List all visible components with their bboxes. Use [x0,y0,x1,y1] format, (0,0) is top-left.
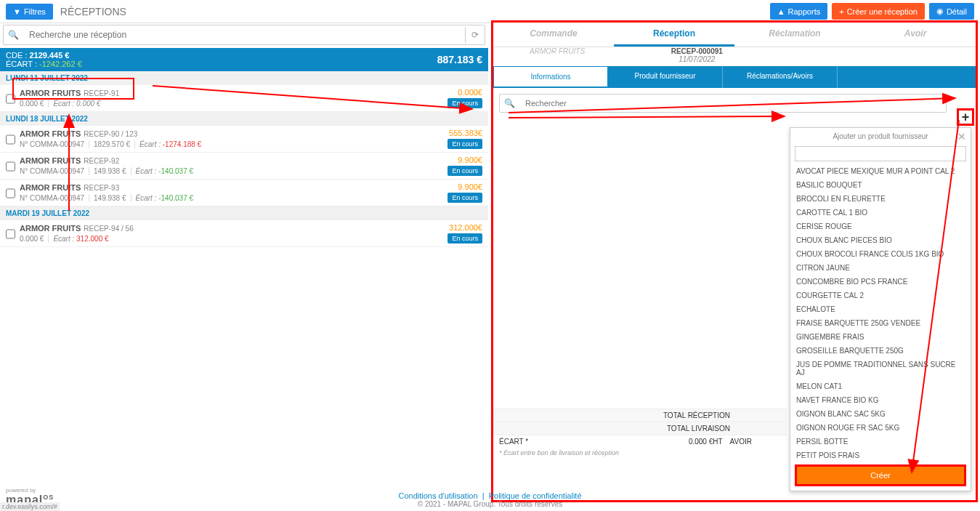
reception-row[interactable]: ARMOR FRUITSRECEP-910.000 €Écart : 0.000… [0,85,488,112]
tab-reception-label: Réception [614,28,734,39]
refresh-button[interactable]: ⟳ [465,27,485,43]
dropdown-item[interactable]: GROSEILLE BARQUETTE 250G [790,344,971,358]
cde-label: CDE : [6,51,27,60]
close-icon[interactable]: ✕ [957,131,966,142]
dropdown-item[interactable]: MELON CAT1 [790,379,971,393]
tab-commande[interactable]: Commande [493,23,614,47]
tab-avoir[interactable]: Avoir [855,23,976,47]
main-tabs: Commande Réception Réclamation Avoir [493,23,976,47]
date-header: MARDI 19 JUILLET 2022 [0,206,488,220]
dropdown-item[interactable]: PETIT POIS FRAIS [790,448,971,460]
dev-url: r.dev.easilys.com/# [0,502,60,511]
ecart-value: -1242.262 € [39,60,82,68]
add-product-button[interactable]: + [957,108,974,126]
groups-container: LUNDI 11 JUILLET 2022ARMOR FRUITSRECEP-9… [0,71,488,247]
reception-row[interactable]: ARMOR FRUITSRECEP-94 / 560.000 €Écart : … [0,220,488,247]
row-checkbox[interactable] [6,225,15,244]
page-title: RÉCEPTIONS [60,6,126,17]
ecart-label: ÉCART : [6,60,37,68]
filters-button[interactable]: ▼ Filtres [6,4,53,20]
panel-ref-date: 11/07/2022 [641,55,753,63]
report-icon: ▲ [777,7,785,16]
dropdown-create-button[interactable]: Créer [795,464,966,486]
dropdown-item[interactable]: OIGNON BLANC SAC 5KG [790,407,971,421]
tab-reclamation[interactable]: Réclamation [734,23,855,47]
reception-row[interactable]: ARMOR FRUITSRECEP-92N° COMMA-000947149.9… [0,153,488,180]
cde-value: 2129.445 € [29,51,69,60]
reports-label: Rapports [788,7,821,16]
subtab-reclamations[interactable]: Réclamations/Avoirs [723,66,838,88]
totals-section: TOTAL RÉCEPTION TOTAL LIVRAISON ÉCART * … [493,409,787,458]
dropdown-item[interactable]: ECHALOTE [790,302,971,316]
search-bar: 🔍 ⟳ [3,25,485,45]
dropdown-item[interactable]: NAVET FRANCE BIO KG [790,393,971,407]
dropdown-item[interactable]: CAROTTE CAL 1 BIO [790,206,971,220]
search-icon: 🔍 [4,30,23,40]
dropdown-item[interactable]: CITRON JAUNE [790,261,971,275]
reception-list-panel: 🔍 ⟳ CDE : 2129.445 € ÉCART : -1242.262 €… [0,22,488,482]
avoir-label: AVOIR [730,438,752,446]
row-checkbox[interactable] [6,89,15,108]
eye-icon: ◉ [936,7,944,16]
search-input[interactable] [23,25,465,44]
dropdown-item[interactable]: GINGEMBRE FRAIS [790,330,971,344]
panel-ref: RECEP-000091 [641,47,753,55]
tab-reception[interactable]: Réception [614,23,734,47]
dropdown-item[interactable]: JUS DE POMME TRADITIONNEL SANS SUCRE AJ [790,358,971,379]
date-header: LUNDI 11 JUILLET 2022 [0,71,488,85]
dropdown-item[interactable]: PERSIL BOTTE [790,435,971,448]
dropdown-filter-input[interactable] [795,146,966,161]
summary-total: 887.183 € [437,54,482,65]
dropdown-item[interactable]: AVOCAT PIECE MEXIQUE MUR A POINT CAL 2 [790,164,971,178]
search-icon: 🔍 [500,98,519,108]
dropdown-item[interactable]: CONCOMBRE BIO PCS FRANCE [790,275,971,289]
row-checkbox[interactable] [6,157,15,176]
reception-row[interactable]: ARMOR FRUITSRECEP-93N° COMMA-000947149.9… [0,180,488,206]
detail-panel: Commande Réception Réclamation Avoir ARM… [491,20,978,502]
product-search-bar: 🔍 [499,94,947,113]
ecart-val: 0.000 €HT [689,438,723,446]
ecart-label: ÉCART * [499,438,528,446]
panel-supplier: ARMOR FRUITS [493,47,641,66]
subtab-informations[interactable]: Informations [493,66,608,88]
reception-row[interactable]: ARMOR FRUITSRECEP-90 / 123N° COMMA-00094… [0,126,488,153]
footer: Conditions d'utilisation | Politique de … [0,488,980,511]
dropdown-title: Ajouter un produit fournisseur ✕ [790,128,971,145]
privacy-link[interactable]: Politique de confidentialité [489,491,582,500]
detail-label: Détail [947,7,967,16]
dropdown-item[interactable]: OIGNON ROUGE FR SAC 5KG [790,421,971,435]
create-reception-button[interactable]: + Créer une réception [832,3,925,20]
subtab-produit[interactable]: Produit fournisseur [608,66,723,88]
dropdown-item[interactable]: CHOUX BLANC PIECES BIO [790,233,971,247]
product-search-input[interactable] [519,94,946,112]
reports-button[interactable]: ▲ Rapports [770,3,828,20]
add-product-dropdown: Ajouter un produit fournisseur ✕ AVOCAT … [790,127,971,491]
filter-icon: ▼ [13,7,21,16]
plus-icon: + [839,7,843,16]
ecart-note: * Écart entre bon de livraison et récept… [493,448,787,458]
dropdown-item[interactable]: FRAISE BARQUETTE 250G VENDEE [790,316,971,330]
total-livraison-label: TOTAL LIVRAISON [628,425,737,432]
dropdown-item[interactable]: CERISE ROUGE [790,220,971,233]
date-header: LUNDI 18 JUILLET 2022 [0,112,488,126]
detail-button[interactable]: ◉ Détail [929,3,974,20]
dropdown-item[interactable]: CHOUX BROCOLI FRANCE COLIS 1KG BIO [790,247,971,261]
dropdown-item[interactable]: BASILIC BOUQUET [790,178,971,192]
summary-bar: CDE : 2129.445 € ÉCART : -1242.262 € 887… [0,48,488,71]
dropdown-list[interactable]: AVOCAT PIECE MEXIQUE MUR A POINT CAL 2BA… [790,164,971,460]
copyright: © 2021 - MAPAL Group. Tous droits réserv… [3,500,977,508]
row-checkbox[interactable] [6,184,15,203]
create-label: Créer une réception [847,7,918,16]
dropdown-item[interactable]: BROCOLI EN FLEURETTE [790,192,971,206]
total-reception-label: TOTAL RÉCEPTION [628,411,737,419]
sub-tabs: Informations Produit fournisseur Réclama… [493,66,976,88]
row-checkbox[interactable] [6,130,15,149]
terms-link[interactable]: Conditions d'utilisation [398,491,477,500]
filters-label: Filtres [24,7,46,16]
dropdown-item[interactable]: COURGETTE CAL 2 [790,289,971,302]
